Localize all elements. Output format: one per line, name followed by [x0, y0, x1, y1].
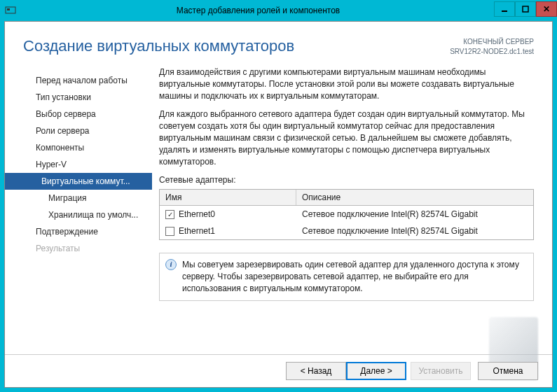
nav-server-roles[interactable]: Роли сервера: [5, 122, 152, 139]
column-header-name[interactable]: Имя: [160, 190, 296, 205]
nav-confirmation[interactable]: Подтверждение: [5, 223, 152, 240]
cancel-button[interactable]: Отмена: [478, 362, 538, 380]
back-button[interactable]: < Назад: [286, 362, 346, 380]
next-button[interactable]: Далее >: [346, 362, 406, 380]
wizard-header: Создание виртуальных коммутаторов КОНЕЧН…: [5, 22, 552, 66]
wizard-frame: Создание виртуальных коммутаторов КОНЕЧН…: [4, 21, 553, 388]
adapter-name: Ethernet0: [179, 209, 215, 219]
wizard-body: Перед началом работы Тип установки Выбор…: [5, 66, 552, 317]
app-icon: [4, 4, 17, 17]
nav-migration[interactable]: Миграция: [5, 190, 152, 206]
info-icon: i: [165, 259, 177, 270]
page-title: Создание виртуальных коммутаторов: [23, 37, 450, 55]
info-box: i Мы советуем зарезервировать один сетев…: [159, 253, 534, 300]
nav-virtual-switches[interactable]: Виртуальные коммут...: [5, 173, 152, 190]
adapter-desc: Сетевое подключение Intel(R) 82574L Giga…: [296, 225, 533, 237]
adapters-table: Имя Описание ✓ Ethernet0 Сетевое подключ…: [159, 189, 534, 240]
title-bar: Мастер добавления ролей и компонентов ✕: [0, 0, 557, 21]
intro-paragraph-2: Для каждого выбранного сетевого адаптера…: [159, 108, 534, 167]
maximize-button[interactable]: [515, 1, 536, 17]
nav-server-selection[interactable]: Выбор сервера: [5, 106, 152, 122]
column-header-desc[interactable]: Описание: [296, 190, 533, 205]
wizard-nav: Перед началом работы Тип установки Выбор…: [5, 66, 152, 317]
nav-default-stores[interactable]: Хранилища по умолч...: [5, 206, 152, 223]
table-header: Имя Описание: [160, 190, 533, 206]
target-server-info: КОНЕЧНЫЙ СЕРВЕР SRV12R2-NODE2.dc1.test: [450, 37, 534, 57]
server-label: КОНЕЧНЫЙ СЕРВЕР: [450, 37, 534, 47]
nav-installation-type[interactable]: Тип установки: [5, 89, 152, 106]
svg-rect-1: [7, 8, 10, 10]
checkbox-icon[interactable]: [165, 227, 174, 236]
adapters-label: Сетевые адаптеры:: [159, 174, 534, 186]
intro-paragraph-1: Для взаимодействия с другими компьютерам…: [159, 66, 534, 102]
checkbox-icon[interactable]: ✓: [165, 210, 174, 219]
nav-features[interactable]: Компоненты: [5, 139, 152, 156]
info-text: Мы советуем зарезервировать один сетевой…: [182, 259, 526, 294]
svg-rect-3: [523, 6, 528, 12]
wizard-footer: < Назад Далее > Установить Отмена: [5, 354, 552, 387]
nav-before-you-begin[interactable]: Перед началом работы: [5, 72, 152, 89]
window-title: Мастер добавления ролей и компонентов: [22, 6, 494, 15]
table-row[interactable]: Ethernet1 Сетевое подключение Intel(R) 8…: [160, 223, 533, 239]
window-controls: ✕: [494, 4, 557, 17]
table-row[interactable]: ✓ Ethernet0 Сетевое подключение Intel(R)…: [160, 206, 533, 223]
wizard-content: Для взаимодействия с другими компьютерам…: [152, 66, 534, 317]
minimize-button[interactable]: [494, 1, 515, 17]
adapter-name: Ethernet1: [179, 226, 215, 236]
nav-hyper-v[interactable]: Hyper-V: [5, 156, 152, 173]
server-name: SRV12R2-NODE2.dc1.test: [450, 47, 534, 57]
nav-results: Результаты: [5, 240, 152, 257]
close-button[interactable]: ✕: [536, 1, 557, 17]
install-button: Установить: [411, 362, 471, 380]
adapter-desc: Сетевое подключение Intel(R) 82574L Giga…: [296, 208, 533, 220]
